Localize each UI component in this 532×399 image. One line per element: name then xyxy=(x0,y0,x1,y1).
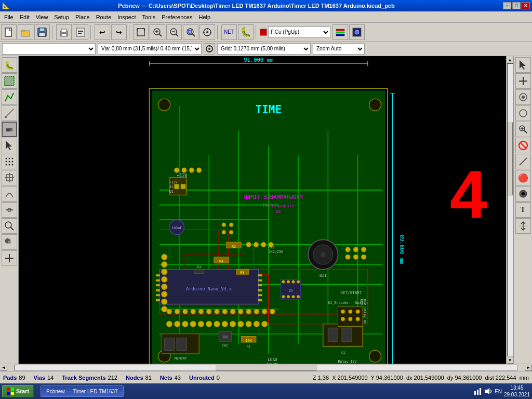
svg-rect-251 xyxy=(11,388,14,391)
layer-select[interactable]: F.Cu (PgUp) B.Cu (PgDn) xyxy=(268,26,330,38)
add-footprint-button[interactable] xyxy=(2,170,17,185)
svg-point-122 xyxy=(230,309,235,314)
zoom-rs-button[interactable] xyxy=(515,122,531,137)
cursor-button[interactable] xyxy=(2,138,17,153)
menu-item-setup[interactable]: Setup xyxy=(51,13,72,21)
grid-button[interactable] xyxy=(2,154,17,169)
new-button[interactable] xyxy=(1,24,17,40)
settings-rs-button[interactable] xyxy=(515,89,531,105)
hscroll-right-button[interactable]: ► xyxy=(525,365,532,371)
circle-rs-button[interactable] xyxy=(515,105,531,121)
menu-item-help[interactable]: Help xyxy=(195,13,214,21)
route-track-button[interactable] xyxy=(2,89,17,105)
vscroll-up-button[interactable]: ▲ xyxy=(507,56,513,63)
svg-point-78 xyxy=(369,99,381,111)
measure-button[interactable] xyxy=(2,105,17,121)
via-rs-button[interactable] xyxy=(515,186,531,202)
vscroll-down-button[interactable]: ▼ xyxy=(507,356,513,364)
fill-rs-button[interactable]: 🔴 xyxy=(515,170,531,185)
menu-item-inspect[interactable]: Inspect xyxy=(114,13,139,21)
unrouted-label: Unrouted xyxy=(189,375,215,381)
open-button[interactable] xyxy=(18,24,33,40)
vertical-scrollbar[interactable]: ▲ ▼ xyxy=(506,56,513,364)
maximize-button[interactable]: □ xyxy=(512,2,521,9)
draw-arc-button[interactable] xyxy=(2,186,17,202)
grid-select[interactable]: Grid: 0,1270 mm (5,00 mils) xyxy=(217,43,311,55)
wire-rs-button[interactable] xyxy=(515,154,531,169)
gerber-button[interactable] xyxy=(73,24,88,40)
layer-settings-button[interactable] xyxy=(332,24,348,40)
svg-point-218 xyxy=(341,317,345,321)
select-rs-button[interactable] xyxy=(515,57,531,73)
taskbar: Start Pcbnew — Timer LED TM1637 ... EN 1… xyxy=(0,383,532,399)
minimize-button[interactable]: − xyxy=(503,2,511,9)
menu-item-preferences[interactable]: Preferences xyxy=(158,13,195,21)
zoom-select[interactable]: Zoom Auto xyxy=(313,43,365,55)
net-inspector-button[interactable]: NET xyxy=(221,24,237,40)
svg-rect-26 xyxy=(189,30,192,33)
svg-rect-141 xyxy=(156,289,160,291)
svg-text:91.000 mm: 91.000 mm xyxy=(244,57,273,63)
redo-button[interactable]: ↪ xyxy=(111,24,127,40)
svg-point-226 xyxy=(292,281,295,284)
zoom-ls-button[interactable] xyxy=(2,218,17,234)
titlebar-controls: − □ ✕ xyxy=(503,2,530,9)
hscroll-left-button[interactable]: ◄ xyxy=(0,365,7,371)
vias-label: Vias xyxy=(34,375,45,381)
hscroll-track[interactable] xyxy=(15,365,517,371)
svg-point-199 xyxy=(238,321,244,327)
svg-point-48 xyxy=(8,158,10,159)
horizontal-scrollbar[interactable]: ◄ ► xyxy=(0,364,532,371)
svg-rect-157 xyxy=(342,328,352,342)
no-rs-button[interactable] xyxy=(515,138,531,153)
layer-select-container: F.Cu (PgUp) B.Cu (PgDn) xyxy=(260,26,330,38)
print-button[interactable] xyxy=(56,24,72,40)
zoom-center-button[interactable] xyxy=(200,24,215,40)
close-button[interactable]: ✕ xyxy=(522,2,530,9)
zoom-out-button[interactable] xyxy=(166,24,182,40)
svg-point-228 xyxy=(282,295,285,298)
zoom-fit-button[interactable] xyxy=(133,24,149,40)
menu-item-place[interactable]: Place xyxy=(72,13,93,21)
via-settings-button[interactable] xyxy=(204,43,215,55)
track-select[interactable]: Track: 0,250 mm (9,84 mils) * xyxy=(2,43,96,55)
svg-text:TM1637module: TM1637module xyxy=(262,203,295,208)
text-rs-button[interactable]: T xyxy=(515,202,531,218)
highlight-net-button[interactable] xyxy=(349,24,365,40)
start-button[interactable]: Start xyxy=(2,385,34,397)
vscroll-track[interactable] xyxy=(507,63,513,356)
router-settings-button[interactable] xyxy=(2,202,17,218)
add-ls-button[interactable] xyxy=(2,250,17,266)
svg-point-112 xyxy=(261,242,266,247)
mm-unit-button[interactable]: mm xyxy=(2,122,17,137)
zoom-area-button[interactable] xyxy=(183,24,198,40)
svg-text:Arduino_Nano_V3.x: Arduino_Nano_V3.x xyxy=(186,286,232,291)
menu-item-edit[interactable]: Edit xyxy=(17,13,33,21)
drc-button[interactable]: 🐛 xyxy=(238,24,254,40)
add-rs-button[interactable] xyxy=(515,73,531,89)
canvas-area[interactable]: 91.000 mm 89.800 mm TIME xyxy=(19,56,513,364)
svg-rect-4 xyxy=(39,28,45,31)
undo-button[interactable]: ↩ xyxy=(95,24,110,40)
settings-ls-button[interactable] xyxy=(2,234,17,250)
svg-point-125 xyxy=(254,309,259,314)
taskbar-app-pcbnew[interactable]: Pcbnew — Timer LED TM1637 ... xyxy=(41,385,124,397)
via-select[interactable]: Via: 0,80 mm (31,5 mils)/ 0,40 mm (15,7 … xyxy=(98,43,202,55)
menu-item-route[interactable]: Route xyxy=(93,13,114,21)
menu-item-tools[interactable]: Tools xyxy=(139,13,158,21)
svg-point-118 xyxy=(198,309,204,314)
drc-ls-button[interactable]: 🐛 xyxy=(2,57,17,73)
svg-point-189 xyxy=(162,306,167,312)
save-button[interactable] xyxy=(34,24,50,40)
zoom-in-button[interactable] xyxy=(150,24,165,40)
hscroll-thumb[interactable] xyxy=(216,365,316,370)
updown-rs-button[interactable] xyxy=(515,218,531,234)
svg-point-229 xyxy=(287,295,290,298)
network-icon xyxy=(474,387,482,395)
menu-item-file[interactable]: File xyxy=(1,13,17,21)
vscroll-thumb[interactable] xyxy=(508,122,513,195)
draw-zone-button[interactable] xyxy=(2,73,17,89)
svg-point-127 xyxy=(270,309,275,314)
svg-point-102 xyxy=(182,168,187,173)
menu-item-view[interactable]: View xyxy=(33,13,51,21)
